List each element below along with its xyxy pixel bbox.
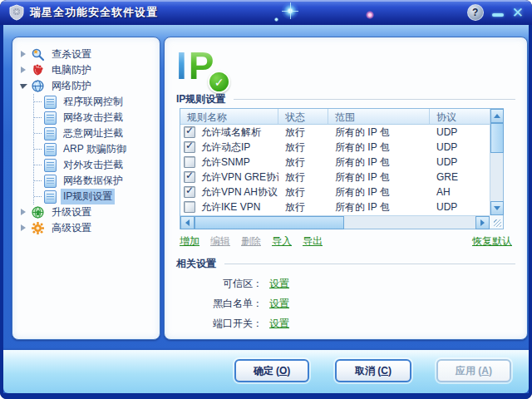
table-row[interactable]: 允许VPN GRE协议 放行 所有的 IP 包 GRE (180, 170, 490, 185)
help-button[interactable]: ? (467, 4, 484, 21)
restore-default-link[interactable]: 恢复默认 (472, 234, 512, 249)
window-title: 瑞星全功能安全软件设置 (30, 5, 158, 20)
collapse-arrow-icon[interactable] (20, 82, 27, 90)
tree-item-network-data-protection[interactable]: 网络数据保护 (34, 173, 160, 189)
column-header-status[interactable]: 状态 (278, 109, 328, 124)
tree-item-label[interactable]: 对外攻击拦截 (61, 157, 126, 173)
tree-item-arp-spoof-defense[interactable]: ARP 欺骗防御 (34, 141, 160, 157)
horizontal-scrollbar[interactable] (180, 215, 490, 229)
gear-icon (31, 221, 45, 235)
rule-checkbox[interactable] (184, 156, 195, 168)
cancel-button-label: 取消 ( (355, 364, 381, 378)
scroll-left-button[interactable] (180, 216, 195, 229)
rule-checkbox[interactable] (184, 201, 195, 213)
rule-checkbox[interactable] (184, 171, 195, 183)
tree-item-label[interactable]: 查杀设置 (49, 47, 94, 62)
cancel-button[interactable]: 取消 (C) (335, 359, 411, 382)
rule-scope: 所有的 IP 包 (328, 170, 430, 185)
tree-item-program-net-control[interactable]: 程序联网控制 (34, 94, 160, 110)
rule-status: 放行 (278, 200, 328, 214)
tree-item-outbound-attack-block[interactable]: 对外攻击拦截 (34, 157, 160, 173)
tree-item-network-attack-block[interactable]: 网络攻击拦截 (34, 110, 160, 126)
vertical-scrollbar[interactable] (490, 109, 503, 215)
table-row[interactable]: 允许SNMP 放行 所有的 IP 包 UDP (180, 155, 490, 170)
rule-name: 允许VPN GRE协议 (201, 170, 278, 185)
port-switch-settings-link[interactable]: 设置 (269, 317, 289, 331)
tree-item-label[interactable]: ARP 欺骗防御 (61, 141, 129, 157)
magnifier-icon (31, 47, 45, 62)
rule-checkbox[interactable] (184, 126, 195, 138)
column-header-rule-name[interactable]: 规则名称 (180, 109, 278, 124)
tree-item-label[interactable]: 网络防护 (49, 78, 94, 94)
app-logo-shield-icon (8, 4, 25, 21)
close-button[interactable]: ✕ (512, 6, 524, 20)
tree-item-label[interactable]: 升级设置 (49, 204, 94, 220)
resize-grip[interactable] (490, 215, 503, 229)
tree-item-label[interactable]: 电脑防护 (49, 62, 94, 78)
rule-status: 放行 (278, 126, 328, 140)
tree-item-label[interactable]: 网络数据保护 (61, 173, 126, 189)
tree-item-malicious-url-block[interactable]: 恶意网址拦截 (34, 126, 160, 141)
tree-item-computer-protection[interactable]: 电脑防护 (20, 62, 160, 78)
cancel-button-label-end: ) (388, 365, 392, 377)
tree-connector (34, 165, 42, 165)
dialog-body-inner: 查杀设置 电脑防护 (3, 25, 529, 393)
divider (224, 264, 515, 264)
ip-rules-logo: IP ✓ (176, 44, 226, 91)
delete-rule-link[interactable]: 删除 (241, 234, 261, 249)
rule-actions: 增加 编辑 删除 导入 导出 恢复默认 (180, 234, 512, 249)
tree-item-scan-settings[interactable]: 查杀设置 (20, 47, 160, 62)
tree-item-update-settings[interactable]: 升级设置 (20, 204, 160, 220)
add-rule-link[interactable]: 增加 (180, 234, 200, 249)
tree-item-network-protection[interactable]: 网络防护 (20, 78, 160, 94)
table-row[interactable]: 允许VPN AH协议 放行 所有的 IP 包 AH (180, 185, 490, 200)
apply-mnemonic: A (481, 365, 489, 377)
tree-item-label[interactable]: 网络攻击拦截 (61, 110, 126, 126)
expand-arrow-icon[interactable] (20, 209, 27, 216)
table-row[interactable]: 允许动态IP 放行 所有的 IP 包 UDP (180, 140, 490, 155)
tree-connector (34, 180, 42, 181)
table-row[interactable]: 允许域名解析 放行 所有的 IP 包 UDP (180, 125, 490, 140)
sparkle-decoration (274, 17, 278, 22)
scroll-down-button[interactable] (490, 201, 504, 215)
divider (234, 99, 515, 100)
export-rules-link[interactable]: 导出 (303, 234, 323, 249)
tree-connector (34, 133, 42, 134)
column-header-scope[interactable]: 范围 (328, 109, 430, 124)
black-white-list-settings-link[interactable]: 设置 (269, 297, 289, 311)
scroll-up-button[interactable] (490, 109, 504, 123)
ok-button-label-end: ) (287, 365, 290, 377)
trusted-zone-settings-link[interactable]: 设置 (269, 277, 289, 291)
tree-item-label[interactable]: 高级设置 (49, 220, 94, 236)
import-rules-link[interactable]: 导入 (272, 234, 292, 249)
network-protection-children: 程序联网控制 网络攻击拦截 恶意网址拦截 (33, 94, 160, 204)
tree-item-ip-rules[interactable]: IP规则设置 (34, 189, 160, 204)
expand-arrow-icon[interactable] (20, 66, 27, 74)
ip-rules-table: 规则名称 状态 范围 协议 允许域名解析 放行 所有的 IP 包 UDP (180, 108, 504, 229)
footer-bar: 确定 (O) 取消 (C) 应用 (A) (3, 350, 529, 393)
rule-name: 允许域名解析 (201, 126, 261, 140)
titlebar[interactable]: 瑞星全功能安全软件设置 ? ✕ (0, 0, 532, 25)
rule-checkbox[interactable] (184, 141, 195, 153)
apply-button-label: 应用 ( (456, 364, 481, 378)
tree-item-label-selected[interactable]: IP规则设置 (61, 189, 115, 204)
tree-item-label[interactable]: 恶意网址拦截 (61, 126, 126, 141)
trusted-zone-label: 可信区： (190, 277, 263, 291)
scroll-right-button[interactable] (475, 216, 490, 229)
rule-checkbox[interactable] (184, 186, 195, 198)
minimize-icon (492, 13, 504, 17)
expand-arrow-icon[interactable] (20, 51, 27, 58)
apply-button[interactable]: 应用 (A) (436, 359, 511, 382)
ok-button[interactable]: 确定 (O) (234, 359, 309, 382)
vertical-scrollbar-thumb[interactable] (490, 123, 504, 153)
arrow-right-icon (480, 219, 485, 226)
horizontal-scrollbar-thumb[interactable] (195, 216, 344, 229)
table-row[interactable]: 允许IKE VPN 放行 所有的 IP 包 UDP (180, 200, 490, 214)
tree-item-label[interactable]: 程序联网控制 (61, 94, 126, 110)
tree-item-advanced-settings[interactable]: 高级设置 (20, 220, 160, 236)
expand-arrow-icon[interactable] (20, 224, 27, 232)
edit-rule-link[interactable]: 编辑 (210, 234, 230, 249)
minimize-button[interactable] (492, 8, 504, 17)
rule-scope: 所有的 IP 包 (328, 200, 430, 214)
column-header-protocol[interactable]: 协议 (430, 109, 490, 124)
